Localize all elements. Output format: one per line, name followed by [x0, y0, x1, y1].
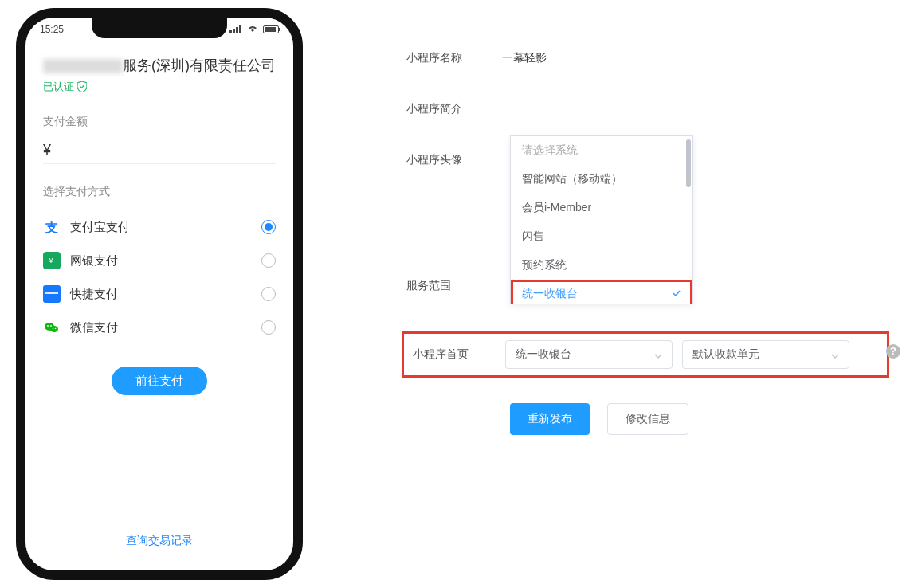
svg-rect-3	[45, 292, 58, 294]
payment-option-label: 网银支付	[70, 253, 118, 269]
svg-point-6	[47, 325, 49, 327]
phone-notch	[92, 18, 227, 38]
radio-unchecked-icon	[261, 287, 276, 301]
select-value: 默认收款单元	[692, 347, 759, 362]
value-app-name: 一幕轻影	[502, 51, 547, 65]
shield-icon	[77, 81, 87, 92]
phone-mockup: 15:25 服务(深圳)有限责任公司 已认证 支付金额 ¥	[16, 8, 303, 580]
select-value: 统一收银台	[516, 347, 571, 362]
payment-option-wechat[interactable]: 微信支付	[43, 311, 276, 344]
homepage-system-select[interactable]: 统一收银台	[505, 340, 673, 369]
phone-screen: 15:25 服务(深圳)有限责任公司 已认证 支付金额 ¥	[25, 18, 293, 570]
row-homepage: 小程序首页 统一收银台 默认收款单元	[406, 336, 885, 373]
go-pay-button[interactable]: 前往支付	[112, 367, 207, 395]
row-service-scope: 服务范围	[406, 279, 510, 293]
company-name-redacted	[43, 59, 123, 73]
transaction-history-link[interactable]: 查询交易记录	[25, 534, 293, 548]
wechat-icon	[43, 319, 61, 336]
label-app-avatar: 小程序头像	[406, 153, 502, 167]
chevron-down-icon	[831, 348, 839, 361]
dropdown-option[interactable]: 会员i-Member	[511, 194, 692, 222]
verified-badge: 已认证	[43, 80, 276, 94]
svg-text:¥: ¥	[49, 257, 54, 265]
form-actions: 重新发布 修改信息	[510, 403, 688, 435]
radio-unchecked-icon	[261, 253, 276, 268]
row-app-name: 小程序名称 一幕轻影	[406, 40, 900, 76]
verified-text: 已认证	[43, 80, 74, 94]
republish-button[interactable]: 重新发布	[510, 403, 590, 435]
svg-rect-2	[45, 290, 58, 299]
payment-option-label: 支付宝支付	[70, 220, 130, 235]
svg-point-9	[55, 328, 57, 330]
payment-option-label: 微信支付	[70, 320, 118, 335]
svg-text:支: 支	[45, 221, 58, 234]
amount-input[interactable]: ¥	[43, 142, 276, 164]
alipay-icon: 支	[43, 218, 61, 236]
dropdown-option-selected[interactable]: 统一收银台	[511, 280, 692, 304]
help-icon[interactable]: ?	[886, 344, 900, 359]
svg-point-8	[53, 328, 54, 330]
payment-method-label: 选择支付方式	[43, 185, 276, 199]
svg-point-5	[50, 326, 58, 332]
miniprogram-form: 小程序名称 一幕轻影 小程序简介 小程序头像 请选择系统 智能网站（移动端） 会…	[406, 40, 900, 282]
label-app-intro: 小程序简介	[406, 102, 502, 116]
wifi-icon	[247, 24, 258, 35]
currency-symbol: ¥	[43, 142, 51, 158]
label-app-name: 小程序名称	[406, 51, 502, 65]
cellular-icon	[229, 25, 242, 33]
payment-option-quickpay[interactable]: 快捷支付	[43, 277, 276, 311]
bank-shield-icon: ¥	[43, 252, 61, 269]
amount-label: 支付金额	[43, 115, 276, 129]
dropdown-placeholder[interactable]: 请选择系统	[511, 136, 692, 165]
dropdown-scrollbar[interactable]	[686, 139, 691, 187]
dropdown-option[interactable]: 预约系统	[511, 251, 692, 280]
check-icon	[672, 288, 681, 300]
payment-option-alipay[interactable]: 支 支付宝支付	[43, 210, 276, 244]
label-homepage: 小程序首页	[408, 347, 496, 362]
battery-icon	[263, 25, 279, 33]
label-service-scope: 服务范围	[406, 279, 510, 293]
chevron-down-icon	[654, 348, 662, 361]
row-app-intro: 小程序简介	[406, 91, 900, 127]
card-icon	[43, 285, 61, 303]
status-time: 15:25	[40, 24, 64, 35]
payment-option-unionpay[interactable]: ¥ 网银支付	[43, 244, 276, 277]
payment-option-label: 快捷支付	[70, 287, 118, 302]
edit-info-button[interactable]: 修改信息	[607, 403, 688, 435]
radio-unchecked-icon	[261, 320, 276, 335]
dropdown-option[interactable]: 闪售	[511, 222, 692, 251]
system-dropdown-panel[interactable]: 请选择系统 智能网站（移动端） 会员i-Member 闪售 预约系统 统一收银台	[510, 135, 693, 304]
company-name: 服务(深圳)有限责任公司	[43, 56, 276, 75]
payment-method-list: 支 支付宝支付 ¥ 网银支付	[43, 210, 276, 344]
dropdown-option[interactable]: 智能网站（移动端）	[511, 165, 692, 194]
svg-point-7	[50, 325, 52, 327]
homepage-unit-select[interactable]: 默认收款单元	[682, 340, 849, 369]
radio-checked-icon	[261, 220, 276, 234]
